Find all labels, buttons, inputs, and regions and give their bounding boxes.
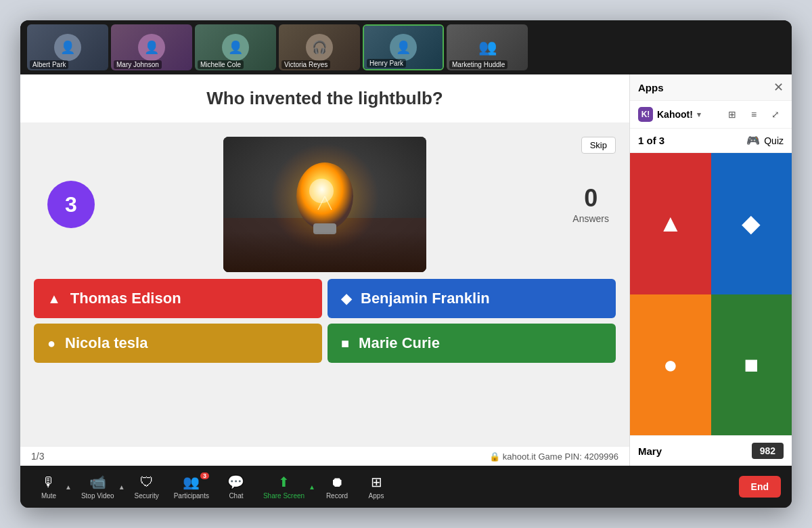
panel-bottom: Mary 982 <box>630 435 792 466</box>
skip-button[interactable]: Skip <box>581 137 616 154</box>
quiz-counter: 1 of 3 <box>638 135 664 146</box>
kahoot-area: Who invented the lightbulb? 3 <box>20 74 629 466</box>
panel-score: 982 <box>752 443 784 459</box>
circle-icon: ● <box>47 336 55 351</box>
panel-answer-blue[interactable]: ◆ <box>711 153 792 294</box>
kahoot-brand[interactable]: K! Kahoot! ▾ <box>638 107 701 122</box>
video-chevron-icon[interactable]: ▲ <box>118 483 125 491</box>
video-thumb-group[interactable]: 👥 Marketing Huddle <box>447 24 528 70</box>
right-panel: Apps ✕ K! Kahoot! ▾ ⊞ ≡ ⤢ 1 of 3 <box>629 74 792 466</box>
game-pin: 🔒 kahoot.it Game PIN: 4209996 <box>489 452 618 462</box>
answers-label-text: Answers <box>572 213 609 224</box>
answer-text-thomas: Thomas Edison <box>70 290 181 307</box>
zoom-toolbar: 🎙 Mute ▲ 📹 Stop Video ▲ 🛡 Security 👥 <box>20 466 792 508</box>
toolbar-left-items: 🎙 Mute ▲ 📹 Stop Video ▲ 🛡 Security 👥 <box>31 471 394 502</box>
panel-expand-icon[interactable]: ⤢ <box>767 106 784 123</box>
camera-icon: 📹 <box>89 474 106 490</box>
video-thumb-michelle[interactable]: 👤 Michelle Cole <box>195 24 276 70</box>
video-label-henry: Henry Park <box>367 59 406 68</box>
panel-header: Apps ✕ <box>630 74 792 101</box>
panel-title: Apps <box>638 82 664 93</box>
share-screen-group: ⬆ Share Screen ▲ <box>258 471 315 502</box>
panel-answer-yellow[interactable]: ● <box>630 294 711 436</box>
answer-text-nicola: Nicola tesla <box>65 334 148 352</box>
security-icon: 🛡 <box>140 475 154 490</box>
panel-grid-icon[interactable]: ⊞ <box>724 106 740 123</box>
panel-answer-green[interactable]: ■ <box>711 294 792 436</box>
answers-count: 0 Answers <box>572 184 609 225</box>
quiz-label-box: 🎮 Quiz <box>746 134 784 147</box>
share-chevron-icon[interactable]: ▲ <box>309 483 315 491</box>
video-thumb-albert[interactable]: 👤 Albert Park <box>27 24 108 70</box>
participants-badge: 3 <box>200 472 209 479</box>
video-group: 📹 Stop Video ▲ <box>76 471 125 502</box>
kahoot-bottom-bar: 1/3 🔒 kahoot.it Game PIN: 4209996 <box>20 446 629 466</box>
zoom-window: 👤 Albert Park 👤 Mary Johnson 👤 Michelle … <box>20 20 792 508</box>
answer-button-thomas[interactable]: ▲ Thomas Edison <box>34 279 322 318</box>
mute-button[interactable]: 🎙 Mute <box>31 472 66 502</box>
panel-triangle-icon: ▲ <box>658 209 683 238</box>
panel-app-bar: K! Kahoot! ▾ ⊞ ≡ ⤢ <box>630 101 792 129</box>
svg-point-7 <box>309 179 334 203</box>
question-text: Who invented the lightbulb? <box>34 88 616 109</box>
answer-button-benjamin[interactable]: ◆ Benjamin Franklin <box>328 279 616 318</box>
quiz-label: Quiz <box>764 135 784 146</box>
question-image <box>223 137 426 272</box>
answer-button-marie[interactable]: ■ Marie Curie <box>328 324 616 363</box>
stop-video-button[interactable]: 📹 Stop Video <box>76 471 120 502</box>
mute-chevron-icon[interactable]: ▲ <box>65 483 72 491</box>
triangle-icon: ▲ <box>47 291 61 307</box>
question-body: 3 <box>20 123 629 446</box>
video-thumb-henry[interactable]: 👤 Henry Park <box>363 24 444 70</box>
panel-answer-red[interactable]: ▲ <box>630 153 711 294</box>
video-label-michelle: Michelle Cole <box>198 60 244 69</box>
answer-button-nicola[interactable]: ● Nicola tesla <box>34 324 322 363</box>
video-label-victoria: Victoria Reyes <box>281 60 330 69</box>
video-bar: 👤 Albert Park 👤 Mary Johnson 👤 Michelle … <box>20 20 792 74</box>
kahoot-app-name: Kahoot! <box>657 109 693 120</box>
question-header: Who invented the lightbulb? <box>20 74 629 123</box>
apps-button[interactable]: ⊞ Apps <box>359 471 394 502</box>
main-content: Who invented the lightbulb? 3 <box>20 74 792 466</box>
video-thumb-victoria[interactable]: 🎧 Victoria Reyes <box>279 24 360 70</box>
apps-label: Apps <box>369 492 384 500</box>
video-thumb-mary[interactable]: 👤 Mary Johnson <box>111 24 192 70</box>
chat-button[interactable]: 💬 Chat <box>219 471 254 502</box>
answer-text-benjamin: Benjamin Franklin <box>361 290 490 307</box>
answer-text-marie: Marie Curie <box>359 334 440 352</box>
close-icon[interactable]: ✕ <box>773 80 784 95</box>
panel-action-icons: ⊞ ≡ ⤢ <box>724 106 784 123</box>
panel-square-icon: ■ <box>744 351 759 379</box>
answer-buttons: ▲ Thomas Edison ◆ Benjamin Franklin ● Ni… <box>34 279 616 370</box>
panel-answers-grid: ▲ ◆ ● ■ <box>630 153 792 435</box>
image-row: 3 <box>34 130 616 279</box>
share-screen-label: Share Screen <box>263 492 304 500</box>
participants-button[interactable]: 👥 3 Participants <box>168 471 215 502</box>
security-label: Security <box>135 492 159 500</box>
participants-icon: 👥 <box>183 474 200 490</box>
page-indicator: 1/3 <box>31 451 44 462</box>
panel-username: Mary <box>638 445 662 457</box>
record-label: Record <box>326 492 348 500</box>
square-icon: ■ <box>341 336 349 351</box>
panel-filter-icon[interactable]: ≡ <box>746 106 762 123</box>
answers-number: 0 <box>572 184 609 213</box>
video-label-albert: Albert Park <box>30 60 68 69</box>
video-label: Stop Video <box>81 492 114 500</box>
record-button[interactable]: ⏺ Record <box>319 472 355 502</box>
chat-icon: 💬 <box>227 474 244 490</box>
participants-label: Participants <box>174 492 209 500</box>
apps-icon: ⊞ <box>371 474 382 490</box>
diamond-icon: ◆ <box>341 290 351 307</box>
mute-label: Mute <box>41 492 56 500</box>
lock-icon: 🔒 <box>489 452 500 462</box>
share-screen-button[interactable]: ⬆ Share Screen <box>258 471 310 502</box>
share-screen-icon: ⬆ <box>278 474 290 490</box>
dropdown-chevron-icon: ▾ <box>697 110 701 119</box>
quiz-header: 1 of 3 🎮 Quiz <box>630 129 792 153</box>
video-label-mary: Mary Johnson <box>114 60 162 69</box>
kahoot-k-icon: K! <box>638 107 653 122</box>
quiz-emoji-icon: 🎮 <box>746 134 760 147</box>
end-meeting-button[interactable]: End <box>739 476 781 498</box>
security-button[interactable]: 🛡 Security <box>129 472 164 502</box>
